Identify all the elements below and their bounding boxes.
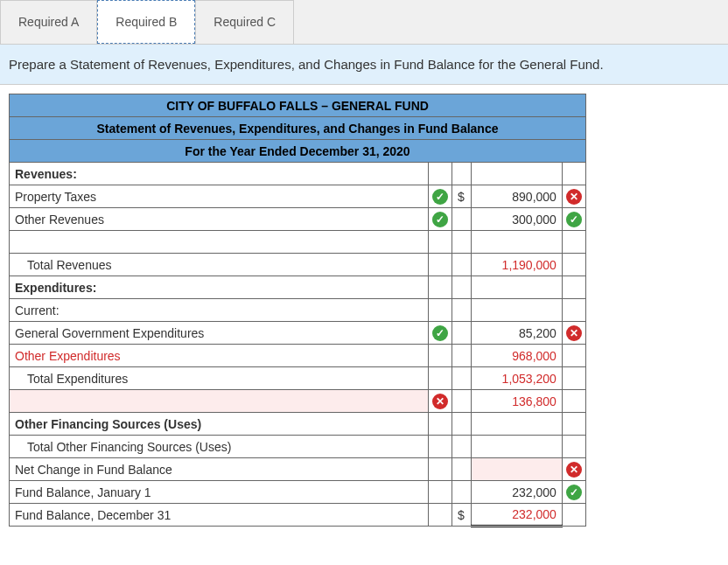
check-icon: ✓ <box>566 485 582 500</box>
check-icon: ✓ <box>432 325 448 341</box>
fb-jan-label[interactable]: Fund Balance, January 1 <box>10 481 429 504</box>
total-revenues-value: 1,190,000 <box>471 254 562 276</box>
other-exp-label[interactable]: Other Expenditures <box>10 345 429 367</box>
ofsu-label: Other Financing Sources (Uses) <box>10 413 429 436</box>
blank-row <box>10 231 429 254</box>
instruction-text: Prepare a Statement of Revenues, Expendi… <box>0 45 728 85</box>
cross-icon: ✕ <box>566 189 582 205</box>
currency-symbol: $ <box>452 185 472 208</box>
cross-icon: ✕ <box>566 462 582 478</box>
revenues-label: Revenues: <box>10 163 429 185</box>
diff-value[interactable]: 136,800 <box>471 390 562 413</box>
tab-bar: Required A Required B Required C <box>0 0 728 45</box>
cross-icon: ✕ <box>566 325 582 341</box>
expenditures-label: Expenditures: <box>10 276 429 299</box>
net-change-label: Net Change in Fund Balance <box>10 458 429 481</box>
tab-required-c[interactable]: Required C <box>195 0 294 44</box>
total-exp-label: Total Expenditures <box>10 367 429 390</box>
property-taxes-label[interactable]: Property Taxes <box>10 185 429 208</box>
header-period: For the Year Ended December 31, 2020 <box>10 140 586 163</box>
header-subtitle: Statement of Revenues, Expenditures, and… <box>10 117 586 140</box>
total-ofsu-label: Total Other Financing Sources (Uses) <box>10 436 429 458</box>
other-revenues-label[interactable]: Other Revenues <box>10 208 429 231</box>
gge-value[interactable]: 85,200 <box>471 322 562 345</box>
check-icon: ✓ <box>432 212 448 227</box>
header-title: CITY OF BUFFALO FALLS – GENERAL FUND <box>10 94 586 117</box>
other-exp-value[interactable]: 968,000 <box>471 345 562 367</box>
check-icon: ✓ <box>566 212 582 227</box>
cross-icon: ✕ <box>432 394 448 409</box>
other-revenues-value[interactable]: 300,000 <box>471 208 562 231</box>
statement-table: CITY OF BUFFALO FALLS – GENERAL FUND Sta… <box>9 94 586 527</box>
gge-label[interactable]: General Government Expenditures <box>10 322 429 345</box>
fb-jan-value[interactable]: 232,000 <box>471 481 562 504</box>
total-exp-value: 1,053,200 <box>471 367 562 390</box>
fb-dec-value: 232,000 <box>471 504 562 527</box>
tab-required-a[interactable]: Required A <box>0 0 97 44</box>
diff-row-label[interactable] <box>10 390 429 413</box>
property-taxes-value[interactable]: 890,000 <box>471 185 562 208</box>
check-icon: ✓ <box>432 189 448 205</box>
tab-required-b[interactable]: Required B <box>97 0 195 44</box>
current-label: Current: <box>10 299 429 322</box>
fb-dec-label: Fund Balance, December 31 <box>10 504 429 527</box>
total-revenues-label: Total Revenues <box>10 254 429 276</box>
net-change-value[interactable] <box>471 458 562 481</box>
currency-symbol: $ <box>452 504 472 527</box>
statement-area: CITY OF BUFFALO FALLS – GENERAL FUND Sta… <box>0 85 728 536</box>
page-container: Required A Required B Required C Prepare… <box>0 0 728 536</box>
